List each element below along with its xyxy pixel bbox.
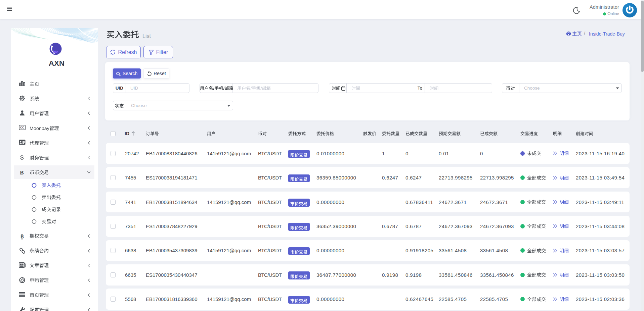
svg-text:B: B [20, 169, 24, 175]
svg-text:CC: CC [20, 126, 24, 129]
svg-text:B: B [20, 234, 24, 239]
